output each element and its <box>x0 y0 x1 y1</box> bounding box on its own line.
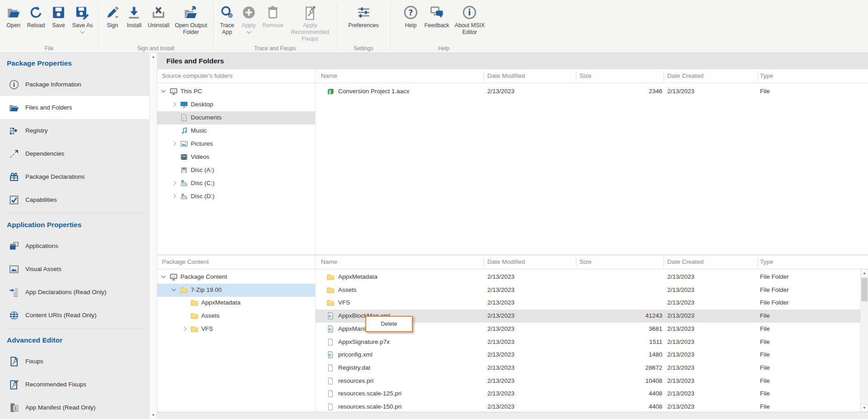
tree-item-label: VFS <box>201 325 213 332</box>
feedback-button[interactable]: Feedback <box>422 4 452 29</box>
about-msix-editor-button[interactable]: iAbout MSIX Editor <box>453 4 487 36</box>
file-row-conversion-project-1-aacx[interactable]: Conversion Project 1.aacx2/13/202323462/… <box>315 85 868 98</box>
column-header-size[interactable]: Size <box>580 69 591 83</box>
pc-icon <box>170 87 178 95</box>
file-row-resources-scale-125-pri[interactable]: resources.scale-125.pri2/13/202344082/13… <box>315 387 860 400</box>
scroll-down-arrow[interactable]: ▼ <box>150 411 157 419</box>
file-icon <box>326 377 335 385</box>
remove-button[interactable]: Remove <box>260 4 286 29</box>
file-row-vfs[interactable]: VFS2/13/20232/13/2023File Folder <box>315 296 860 309</box>
ribbon-group-label: Sign and Install <box>98 45 213 52</box>
install-button[interactable]: Install <box>124 4 145 29</box>
tree-item-disc-a[interactable]: Disc (A:) <box>157 164 315 177</box>
sidebar-item-app-manifest-read-only[interactable]: App Manifest (Read Only) <box>0 396 149 419</box>
tree-item-this-pc[interactable]: This PC <box>157 85 315 98</box>
scroll-thumb[interactable] <box>861 278 868 301</box>
uninstall-button[interactable]: Uninstall <box>146 4 172 29</box>
tree-item-documents[interactable]: Documents <box>157 111 315 124</box>
sidebar-item-package-declarations[interactable]: Package Declarations <box>0 165 149 188</box>
save-button[interactable]: Save <box>48 4 69 29</box>
sidebar-item-dependencies[interactable]: Dependencies <box>0 142 149 165</box>
help-button[interactable]: ?Help <box>401 4 421 29</box>
sidebar-scrollbar[interactable]: ▲ ▼ <box>149 53 157 419</box>
cell-date-created: 2/13/2023 <box>667 390 694 397</box>
file-row-resources-pri[interactable]: resources.pri2/13/2023104082/13/2023File <box>315 375 860 388</box>
tree-item-appxmetadata[interactable]: AppxMetadata <box>157 296 315 309</box>
sidebar-item-applications[interactable]: Applications <box>0 234 149 257</box>
chevron-right-icon[interactable] <box>172 194 176 199</box>
file-row-registry-dat[interactable]: Registry.dat2/13/2023286722/13/2023File <box>315 362 860 375</box>
column-separator <box>664 257 664 267</box>
scroll-up-arrow[interactable]: ▲ <box>150 53 157 61</box>
sidebar-item-package-information[interactable]: iPackage Information <box>0 73 149 96</box>
tree-item-package-content[interactable]: Package Content <box>157 271 315 284</box>
column-header-date-created[interactable]: Date Created <box>667 69 703 83</box>
trace-app-button[interactable]: Trace App <box>217 4 237 36</box>
tree-item-7-zip-1900[interactable]: 7-Zip 19.00 <box>157 284 315 297</box>
cell-date-modified: 2/13/2023 <box>487 351 514 358</box>
open-button[interactable]: Open <box>3 4 24 29</box>
sidebar-item-registry[interactable]: Registry <box>0 119 149 142</box>
tree-pane-header[interactable]: Package Content <box>162 255 209 269</box>
tree-item-assets[interactable]: Assets <box>157 309 315 323</box>
chevron-right-icon[interactable] <box>172 142 176 146</box>
cell-type: File <box>760 351 770 358</box>
tree-item-music[interactable]: Music <box>157 124 315 138</box>
column-header-type[interactable]: Type <box>760 69 773 83</box>
column-header-type[interactable]: Type <box>760 255 773 269</box>
sidebar-item-visual-assets[interactable]: Visual Assets <box>0 257 149 281</box>
tree-item-disc-d[interactable]: Disc (D:) <box>157 190 315 203</box>
column-header-size[interactable]: Size <box>580 255 591 269</box>
context-menu-item-delete[interactable]: Delete <box>381 321 397 327</box>
tree-item-disc-c[interactable]: Disc (C:) <box>157 177 315 190</box>
chevron-down-icon[interactable] <box>161 88 166 93</box>
column-header-date-modified[interactable]: Date Modified <box>487 69 525 83</box>
chevron-down-icon[interactable] <box>161 274 166 278</box>
cell-name: resources.scale-125.pri <box>338 390 401 397</box>
file-row-priconfig-xml[interactable]: priconfig.xml2/13/202314802/13/2023File <box>315 348 860 362</box>
tree-item-label: 7-Zip 19.00 <box>191 286 222 293</box>
chevron-right-icon[interactable] <box>172 181 176 186</box>
file-row-resources-scale-150-pri[interactable]: resources.scale-150.pri2/13/202344082/13… <box>315 400 860 412</box>
reload-button[interactable]: Reload <box>25 4 47 29</box>
tree-item-vfs[interactable]: VFS <box>157 323 315 336</box>
tree-item-videos[interactable]: Videos <box>157 151 315 164</box>
package-list-scrollbar[interactable]: ▲ ▼ <box>860 269 868 412</box>
sidebar-item-capabilities[interactable]: Capabilities <box>0 188 149 211</box>
open-output-folder-button[interactable]: Open Output Folder <box>173 4 210 36</box>
tree-item-desktop[interactable]: Desktop <box>157 98 315 111</box>
preferences-icon <box>355 4 372 21</box>
column-header-date-modified[interactable]: Date Modified <box>487 255 525 269</box>
ribbon-button-label: Open <box>6 22 20 29</box>
sidebar-item-label: Applications <box>25 243 58 249</box>
scroll-down-arrow[interactable]: ▼ <box>861 404 868 412</box>
file-row-appxmetadata[interactable]: AppxMetadata2/13/20232/13/2023File Folde… <box>315 271 860 284</box>
preferences-button[interactable]: Preferences <box>346 4 381 29</box>
sidebar-item-recommended-fixups[interactable]: Recommended Fixups <box>0 373 149 396</box>
cell-date-modified: 2/13/2023 <box>487 286 514 293</box>
sidebar-item-files-and-folders[interactable]: Files and Folders <box>0 96 149 119</box>
sign-button[interactable]: Sign <box>102 4 123 29</box>
cell-type: File <box>760 88 770 95</box>
apply-button[interactable]: Apply <box>238 4 259 33</box>
file-row-assets[interactable]: Assets2/13/20232/13/2023File Folder <box>315 284 860 297</box>
package-content-pane: Package ContentNameDate ModifiedSizeDate… <box>157 255 868 412</box>
cell-date-modified: 2/13/2023 <box>487 273 514 280</box>
tree-pane-header[interactable]: Source computer's folders <box>162 69 232 83</box>
chevron-right-icon[interactable] <box>172 102 176 107</box>
apply-recommended-fixups-button[interactable]: Apply Recommended Fixups <box>287 4 334 43</box>
column-header-name[interactable]: Name <box>321 255 337 269</box>
chevron-down-icon[interactable] <box>172 286 176 291</box>
sidebar-item-content-uris-read-only[interactable]: Content URIs (Read Only) <box>0 304 149 327</box>
save-as-button[interactable]: Save As <box>70 4 95 33</box>
sidebar-item-fixups[interactable]: Fixups <box>0 350 149 373</box>
sidebar-item-app-declarations-read-only[interactable]: App Declarations (Read Only) <box>0 281 149 304</box>
cell-name: Registry.dat <box>338 364 370 371</box>
column-header-date-created[interactable]: Date Created <box>667 255 703 269</box>
ribbon-group-label: Settings <box>337 45 390 52</box>
scroll-up-arrow[interactable]: ▲ <box>861 269 868 277</box>
file-row-appxsignature-p7x[interactable]: AppxSignature.p7x2/13/202315112/13/2023F… <box>315 336 860 349</box>
chevron-right-icon[interactable] <box>182 326 187 331</box>
column-header-name[interactable]: Name <box>321 69 337 83</box>
tree-item-pictures[interactable]: Pictures <box>157 138 315 151</box>
